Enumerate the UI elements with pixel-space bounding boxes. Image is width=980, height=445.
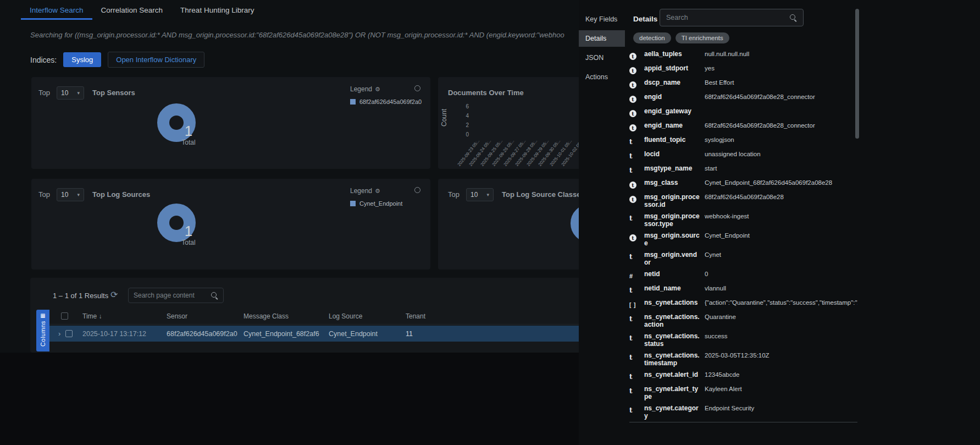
select-all-checkbox[interactable] (61, 312, 68, 320)
panel-menu-icon[interactable] (414, 187, 420, 193)
column-header-log-source[interactable]: Log Source (329, 312, 362, 320)
field-name: netid_name (644, 284, 705, 292)
detail-nav-key-fields[interactable]: Key Fields (579, 11, 625, 28)
search-summary-prefix: Searching for (30, 31, 75, 39)
legend-settings-icon[interactable]: ⚙ (375, 86, 380, 93)
field-name: engid (644, 93, 705, 101)
field-row[interactable]: appid_stdportyes (629, 63, 857, 77)
column-header-message-class[interactable]: Message Class (243, 312, 289, 320)
top-log-sources-donut-chart[interactable]: 1 Total (157, 204, 196, 242)
column-header-time[interactable]: Time ↓ (82, 312, 102, 320)
field-name: appid_stdport (644, 64, 705, 72)
field-value: 68f2af626d45a069f2a08e28_connector (705, 122, 857, 129)
field-row[interactable]: msg_origin.processor.typewebhook-ingest (629, 211, 857, 230)
detail-nav-actions[interactable]: Actions (579, 69, 625, 85)
legend-item[interactable]: Cynet_Endpoint (350, 200, 402, 207)
field-row[interactable]: dscp_nameBest Effort (629, 77, 857, 91)
field-row[interactable]: aella_tuplesnull.null.null.null (629, 48, 857, 63)
panel-top-log-sources: Top 10▾ Top Log Sources Legend⚙ Cynet_En… (31, 179, 430, 270)
bottom-background (0, 353, 579, 445)
search-query-text: ((msg_origin.processor.id:* AND msg_orig… (75, 31, 564, 39)
field-value: 12345abcde (705, 371, 857, 378)
row-checkbox[interactable] (65, 330, 73, 337)
field-row[interactable]: netid0 (629, 268, 857, 283)
tab-interflow-search[interactable]: Interflow Search (21, 0, 92, 20)
legend-item[interactable]: 68f2af626d45a069f2a0 (350, 98, 422, 105)
field-row[interactable]: netid_namevlannull (629, 283, 857, 297)
field-name: msgtype_name (644, 164, 705, 172)
field-row[interactable]: engid_name68f2af626d45a069f2a08e28_conne… (629, 120, 857, 134)
top-n-dropdown[interactable]: 10▾ (57, 86, 84, 100)
field-value: 0 (705, 270, 857, 278)
columns-tab[interactable]: ▦ Columns (36, 310, 49, 351)
field-row[interactable]: ns_cynet.actions.actionQuarantine (629, 311, 857, 331)
text-type-icon (629, 313, 644, 323)
field-row[interactable]: engid_gateway (629, 106, 857, 120)
results-count: 1 – 1 of 1 Results (53, 292, 108, 300)
table-row[interactable]: › 2025-10-17 13:17:12 68f2af626d45a069f2… (49, 326, 638, 342)
field-row[interactable]: ns_cynet.actions{"action":"Quarantine","… (629, 297, 857, 311)
cell-sensor: 68f2af626d45a069f2a0 (167, 330, 237, 338)
expand-row-icon[interactable]: › (58, 329, 60, 338)
legend-settings-icon[interactable]: ⚙ (375, 188, 380, 195)
top-n-value: 10 (61, 89, 68, 97)
top-n-dropdown[interactable]: 10▾ (57, 188, 84, 201)
column-header-sensor[interactable]: Sensor (167, 312, 187, 320)
field-row[interactable]: msg_origin.vendorCynet (629, 249, 857, 268)
indices-row: Indices: Syslog Open Interflow Dictionar… (30, 52, 204, 68)
cell-tenant: 11 (406, 330, 413, 338)
legend-header[interactable]: Legend⚙ (350, 187, 380, 195)
field-row[interactable]: ns_cynet.actions.statussuccess (629, 331, 857, 350)
field-name: ns_cynet.category (644, 404, 705, 420)
legend-swatch (350, 201, 356, 206)
field-row[interactable]: locidunassigned location (629, 149, 857, 163)
field-row[interactable]: ns_cynet.alert_typeKayleen Alert (629, 383, 857, 403)
field-name: ns_cynet.actions.status (644, 332, 705, 348)
detail-search-input[interactable] (666, 14, 785, 21)
field-value: unassigned location (705, 150, 857, 158)
top-n-value: 10 (470, 191, 478, 199)
field-name: msg_class (644, 179, 705, 186)
open-interflow-dictionary-button[interactable]: Open Interflow Dictionary (108, 52, 204, 68)
field-value: Best Effort (705, 79, 857, 86)
grid-icon: ▦ (40, 313, 45, 318)
field-value: Endpoint Security (705, 404, 857, 412)
text-type-icon (629, 385, 644, 395)
keyword-type-icon (629, 107, 644, 118)
field-row[interactable]: msgtype_namestart (629, 163, 857, 177)
panel-menu-icon[interactable] (414, 85, 420, 91)
app-root: Interflow Search Correlation Search Thre… (0, 0, 980, 445)
top-n-dropdown[interactable]: 10▾ (466, 188, 494, 201)
field-row[interactable]: fluentd_topicsyslogjson (629, 134, 857, 149)
field-value: syslogjson (705, 136, 857, 144)
keyword-type-icon (629, 179, 644, 189)
text-type-icon (629, 404, 644, 415)
detail-nav-json[interactable]: JSON (579, 50, 625, 66)
detail-scrollbar[interactable] (855, 9, 859, 139)
field-row[interactable]: msg_origin.processor.id68f2af626d45a069f… (629, 191, 857, 211)
top-sensors-donut-chart[interactable]: 1 Total (157, 103, 196, 142)
results-panel: 1 – 1 of 1 Results ⟳ ▦ Columns Time ↓ Se… (30, 278, 638, 353)
top-n-value: 10 (61, 191, 68, 199)
field-row[interactable]: msg_classCynet_Endpoint_68f2af626d45a069… (629, 177, 857, 191)
column-header-tenant[interactable]: Tenant (406, 312, 425, 320)
page-search-input[interactable] (134, 292, 207, 299)
syslog-index-button[interactable]: Syslog (63, 52, 101, 67)
field-value: vlannull (705, 284, 857, 292)
legend-header[interactable]: Legend⚙ (350, 85, 380, 93)
field-row[interactable]: ns_cynet.categoryEndpoint Security (629, 403, 857, 422)
tab-threat-hunting-library[interactable]: Threat Hunting Library (171, 0, 263, 20)
field-row[interactable]: ns_cynet.alert_id12345abcde (629, 369, 857, 383)
details-panel-title: Details (633, 15, 657, 23)
cell-time: 2025-10-17 13:17:12 (82, 330, 146, 338)
detail-nav-details[interactable]: Details (579, 30, 625, 47)
tag-ti-enrichments[interactable]: TI enrichments (676, 32, 729, 43)
refresh-icon[interactable]: ⟳ (110, 289, 118, 300)
field-row[interactable]: ns_cynet.actions.timestamp2025-03-05T12:… (629, 350, 857, 369)
field-row[interactable]: engid68f2af626d45a069f2a08e28_connector (629, 91, 857, 106)
field-name: engid_gateway (644, 107, 705, 115)
text-type-icon (629, 332, 644, 343)
tab-correlation-search[interactable]: Correlation Search (92, 0, 172, 20)
tag-detection[interactable]: detection (633, 32, 671, 43)
field-row[interactable]: msg_origin.sourceCynet_Endpoint (629, 230, 857, 249)
